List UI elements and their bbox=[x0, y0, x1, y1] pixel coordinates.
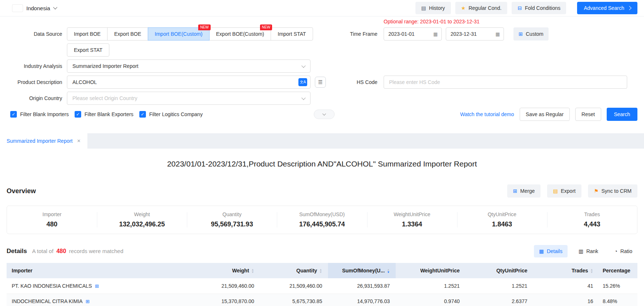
topbar-actions: ▤ History ★ Regular Cond. ⊟ Fold Conditi… bbox=[411, 2, 637, 14]
product-description-input[interactable] bbox=[72, 79, 298, 85]
filter-logistics-company-label: Filter Logitics Company bbox=[149, 111, 203, 117]
history-label: History bbox=[429, 5, 445, 11]
filters-row: ✓ Filter Blank Importers ✓ Filter Blank … bbox=[0, 108, 644, 121]
ratio-pie-icon: ◔ bbox=[614, 248, 617, 254]
cell-weight-unit-price: 1.2521 bbox=[396, 278, 466, 294]
result-tab-label: Summarized Importer Report bbox=[7, 138, 73, 144]
view-rank-button[interactable]: ▥ Rank bbox=[573, 245, 603, 257]
regular-cond-button[interactable]: ★ Regular Cond. bbox=[455, 2, 508, 14]
hs-code-field[interactable] bbox=[384, 76, 627, 89]
advanced-search-button[interactable]: Advanced Search bbox=[577, 2, 637, 14]
calendar-icon: ▦ bbox=[433, 31, 438, 37]
history-button[interactable]: ▤ History bbox=[415, 2, 451, 14]
cell-trades: 16 bbox=[533, 294, 599, 306]
translate-icon[interactable]: 文A bbox=[298, 78, 307, 86]
close-icon[interactable]: ✕ bbox=[77, 138, 81, 144]
export-label: Export bbox=[561, 188, 576, 194]
tab-import-boe[interactable]: Import BOE bbox=[67, 27, 108, 41]
chevron-right-icon bbox=[627, 6, 631, 10]
cell-weight: 21,509,460.00 bbox=[192, 278, 260, 294]
tab-export-stat[interactable]: Export STAT bbox=[67, 43, 109, 57]
view-details-button[interactable]: ▦ Details bbox=[534, 245, 568, 257]
search-panel: Optional range: 2023-01-01 to 2023-12-31… bbox=[0, 16, 644, 130]
col-trades[interactable]: Trades▲▼ bbox=[533, 263, 599, 278]
col-weight[interactable]: Weight▲▼ bbox=[192, 263, 260, 278]
sort-icon[interactable]: ▲▼ bbox=[387, 268, 390, 274]
advanced-search-label: Advanced Search bbox=[584, 5, 624, 11]
country-selector[interactable]: Indonesia bbox=[12, 5, 57, 12]
data-source-row: Data Source Import BOE Export BOE Import… bbox=[0, 27, 644, 41]
export-button[interactable]: ▤ Export bbox=[547, 184, 581, 198]
tutorial-link[interactable]: Watch the tutorial demo bbox=[460, 111, 514, 117]
checkbox-checked-icon: ✓ bbox=[10, 111, 17, 118]
tab-export-boe-custom[interactable]: Export BOE(Custom) NEW bbox=[209, 27, 271, 41]
data-source-row-2: Export STAT bbox=[0, 43, 644, 57]
reset-button[interactable]: Reset bbox=[575, 108, 601, 121]
col-importer[interactable]: Importer bbox=[7, 263, 192, 278]
details-header: Details A total of 480 records were matc… bbox=[7, 245, 637, 257]
cell-weight: 15,370,870.00 bbox=[192, 294, 260, 306]
stat-qty-unit-price: QtyUnitPrice 1.8463 bbox=[457, 211, 547, 228]
optional-range-hint: Optional range: 2023-01-01 to 2023-12-31 bbox=[384, 19, 644, 26]
sort-icon[interactable]: ▲▼ bbox=[251, 268, 254, 274]
history-icon: ▤ bbox=[421, 5, 426, 11]
date-from-input[interactable] bbox=[388, 31, 431, 37]
view-switcher: ▦ Details ▥ Rank ◔ Ratio bbox=[534, 245, 637, 257]
sync-to-crm-label: Sync to CRM bbox=[602, 188, 632, 194]
topbar: Indonesia ▤ History ★ Regular Cond. ⊟ Fo… bbox=[0, 0, 644, 16]
fold-conditions-button[interactable]: ⊟ Fold Conditions bbox=[512, 2, 566, 14]
table-header-row: Importer Weight▲▼ Quantity▲▼ SumOfMoney(… bbox=[7, 263, 637, 278]
importer-link[interactable]: PT. KAO INDONESIA CHEMICALS bbox=[12, 283, 92, 289]
industry-analysis-row: Industry Analysis Summarized Importer Re… bbox=[0, 60, 644, 73]
product-description-field[interactable]: 文A bbox=[67, 76, 310, 89]
col-weight-unit-price[interactable]: WeightUnitPrice bbox=[396, 263, 466, 278]
hs-code-input[interactable] bbox=[389, 79, 624, 85]
view-ratio-button[interactable]: ◔ Ratio bbox=[609, 245, 637, 257]
filter-blank-importers-checkbox[interactable]: ✓ Filter Blank Importers bbox=[10, 111, 69, 118]
industry-analysis-select[interactable]: Summarized Importer Report bbox=[67, 60, 310, 73]
cell-quantity: 5,675,730.85 bbox=[260, 294, 328, 306]
importer-link[interactable]: INDOCHEMICAL CITRA KIMIA bbox=[12, 298, 83, 304]
details-grid-icon: ▦ bbox=[539, 248, 544, 254]
overview-header: Overview ⊞ Merge ▤ Export ⚑ Sync to CRM bbox=[7, 184, 637, 198]
merge-icon: ⊞ bbox=[513, 188, 517, 194]
tab-export-boe-custom-label: Export BOE(Custom) bbox=[216, 31, 264, 37]
filter-logistics-company-checkbox[interactable]: ✓ Filter Logitics Company bbox=[139, 111, 203, 118]
custom-range-button[interactable]: ⊞ Custom bbox=[513, 27, 549, 41]
col-sum-of-money[interactable]: SumOfMoney(U...▲▼ bbox=[328, 263, 396, 278]
new-badge: NEW bbox=[260, 24, 272, 30]
cell-sum-of-money: 26,931,593.87 bbox=[328, 278, 396, 294]
col-qty-unit-price[interactable]: QtyUnitPrice bbox=[466, 263, 533, 278]
match-count: 480 bbox=[56, 248, 66, 255]
company-detail-icon[interactable]: ⊞ bbox=[86, 299, 90, 304]
origin-country-select[interactable]: Please select Origin Country bbox=[67, 92, 310, 105]
filter-blank-exporters-checkbox[interactable]: ✓ Filter Blank Exporters bbox=[75, 111, 133, 118]
merge-label: Merge bbox=[520, 188, 535, 194]
col-percentage[interactable]: Percentage bbox=[599, 263, 637, 278]
date-to-field[interactable]: ▦ bbox=[446, 27, 504, 41]
time-frame-label: Time Frame bbox=[315, 27, 377, 41]
table-row: INDOCHEMICAL CITRA KIMIA⊞ 15,370,870.00 … bbox=[7, 294, 637, 306]
merge-button[interactable]: ⊞ Merge bbox=[507, 184, 541, 198]
search-button[interactable]: Search bbox=[607, 108, 637, 121]
date-from-field[interactable]: ▦ bbox=[384, 27, 442, 41]
col-quantity[interactable]: Quantity▲▼ bbox=[260, 263, 328, 278]
sort-icon[interactable]: ▲▼ bbox=[590, 268, 593, 274]
cell-weight-unit-price: 0.9740 bbox=[396, 294, 466, 306]
save-as-regular-button[interactable]: Save as Regular bbox=[520, 108, 570, 121]
cell-qty-unit-price: 1.2521 bbox=[466, 278, 533, 294]
collapse-conditions-button[interactable] bbox=[314, 110, 335, 119]
tab-import-stat[interactable]: Import STAT bbox=[271, 27, 313, 41]
company-detail-icon[interactable]: ⊞ bbox=[95, 283, 99, 289]
tab-import-boe-custom[interactable]: Import BOE(Custom) NEW bbox=[148, 27, 210, 41]
star-icon: ★ bbox=[461, 5, 466, 11]
date-to-input[interactable] bbox=[451, 31, 493, 37]
data-source-tabs: Import BOE Export BOE Import BOE(Custom)… bbox=[67, 27, 313, 41]
fold-icon: ⊟ bbox=[517, 5, 522, 11]
sync-to-crm-button[interactable]: ⚑ Sync to CRM bbox=[588, 184, 637, 198]
hs-code-group: HS Code bbox=[315, 76, 627, 89]
tab-export-boe[interactable]: Export BOE bbox=[107, 27, 148, 41]
tab-summarized-importer-report[interactable]: Summarized Importer Report ✕ bbox=[0, 133, 87, 149]
calendar-icon: ▦ bbox=[496, 31, 500, 37]
sort-icon[interactable]: ▲▼ bbox=[319, 268, 322, 274]
